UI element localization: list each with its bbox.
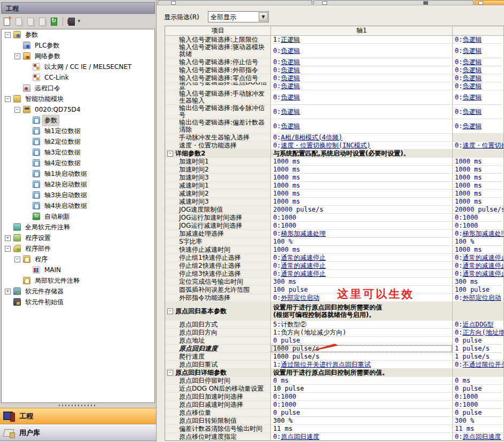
value-cell-axis1[interactable]: 11 ms: [271, 425, 453, 433]
value-cell-axis2[interactable]: 1000 ms: [453, 182, 504, 190]
tree-item[interactable]: 轴3定位数据: [2, 147, 154, 158]
tree-item[interactable]: −0020:QD75D4: [2, 104, 154, 115]
value-cell-axis1[interactable]: 1:通过限位开关进行原点回归重试: [271, 361, 453, 369]
tree-item[interactable]: 轴4块启动数据: [2, 200, 154, 211]
value-cell-axis1[interactable]: 0:负逻辑: [271, 105, 453, 119]
value-cell-axis1[interactable]: 0:通常的减速停止: [271, 254, 453, 262]
paste-icon[interactable]: [26, 17, 35, 26]
tree-item[interactable]: 自动刷新: [2, 211, 154, 222]
value-cell-axis2[interactable]: 0:负逻辑: [453, 82, 504, 90]
value-cell-axis1[interactable]: 1:负方向(地址减少方向): [271, 329, 453, 337]
value-cell-axis2[interactable]: [453, 134, 504, 142]
value-cell-axis1[interactable]: 5:计数型②: [271, 321, 453, 329]
collapse-box-icon[interactable]: −: [14, 53, 20, 59]
value-cell-axis1[interactable]: 0:1000: [271, 222, 453, 230]
expand-box-icon[interactable]: +: [5, 235, 11, 241]
value-cell-axis1[interactable]: 0:负逻辑: [271, 66, 453, 74]
value-cell-axis1[interactable]: 0:1000: [271, 393, 453, 401]
tree-item[interactable]: 全局软元件注释: [2, 222, 154, 232]
tree-item[interactable]: 轴3块启动数据: [2, 190, 154, 200]
value-cell-axis2[interactable]: 0:1000: [453, 222, 504, 230]
value-cell-axis1[interactable]: 0:负逻辑: [271, 90, 453, 105]
value-cell-axis1[interactable]: 1000 pulse/s: [271, 353, 453, 361]
document-tab-stub[interactable]: [313, 0, 474, 5]
collapse-box-icon[interactable]: −: [14, 107, 20, 113]
tree-item[interactable]: 轴2定位数据: [2, 136, 154, 147]
value-cell-axis2[interactable]: 1000 ms: [453, 158, 504, 166]
value-cell-axis1[interactable]: 300 %: [271, 417, 453, 425]
value-cell-axis1[interactable]: 设置用于进行原点回归控制所需要的值 (根据可编程控制器就绪信号启用)。: [271, 302, 453, 321]
tree-item[interactable]: 以太网 / CC IE / MELSECNET: [2, 61, 154, 72]
value-cell-axis2[interactable]: 0:不通过限位开关进行原点回归重试: [453, 361, 504, 369]
collapse-box-icon[interactable]: −: [5, 246, 11, 252]
value-cell-axis2[interactable]: 0:1000: [453, 401, 504, 409]
tree-item[interactable]: CC-Link: [2, 72, 154, 83]
module-selection-icon[interactable]: [67, 17, 76, 26]
tree-item[interactable]: +程序设置: [2, 232, 154, 243]
value-cell-axis2[interactable]: 0:负逻辑: [453, 44, 504, 58]
value-cell-axis1[interactable]: 300 ms: [271, 278, 453, 286]
value-cell-axis2[interactable]: 0:负逻辑: [453, 90, 504, 105]
display-filter-combobox[interactable]: 全部显示 ▼: [208, 11, 269, 22]
tree-item[interactable]: 软元件初始值: [2, 297, 154, 307]
dock-tab-user-library[interactable]: 用户库: [0, 424, 156, 441]
value-cell-axis2[interactable]: 0:正方向(地址增加方向): [453, 329, 504, 337]
tree-item[interactable]: 局部软元件注释: [2, 275, 154, 286]
value-cell-axis2[interactable]: 0:负逻辑: [453, 74, 504, 82]
document-tab-stub[interactable]: [158, 0, 312, 5]
collapse-box-icon[interactable]: −: [167, 308, 173, 314]
value-cell-axis2[interactable]: 1000 ms: [453, 198, 504, 206]
value-cell-axis1[interactable]: 0:负逻辑: [271, 74, 453, 82]
value-cell-axis2[interactable]: 0:负逻辑: [453, 66, 504, 74]
value-cell-axis2[interactable]: 1 pulse/s: [453, 353, 504, 361]
value-cell-axis2[interactable]: [453, 150, 504, 158]
value-cell-axis1[interactable]: 1000 ms: [271, 190, 453, 198]
tree-item[interactable]: −参数: [2, 29, 154, 40]
tree-item[interactable]: 轴1定位数据: [2, 126, 154, 136]
value-cell-axis1[interactable]: 1000 ms: [271, 246, 453, 254]
expand-box-icon[interactable]: +: [5, 289, 11, 294]
collapse-box-icon[interactable]: −: [167, 151, 173, 157]
value-cell-axis2[interactable]: 0:原点回归速度: [453, 433, 504, 441]
copy-icon[interactable]: [14, 17, 24, 26]
value-cell-axis2[interactable]: 1000 ms: [453, 246, 504, 254]
value-cell-axis2[interactable]: 0:通常的减速停止: [453, 254, 504, 262]
tree-item[interactable]: 轴1块启动数据: [2, 168, 154, 179]
value-cell-axis1[interactable]: 0 pulse: [271, 337, 453, 345]
tree-item[interactable]: 远程口令: [2, 83, 154, 94]
value-cell-axis2[interactable]: 0:1000: [453, 393, 504, 401]
value-cell-axis2[interactable]: 0:速度・位置切换控制(INC模式): [453, 142, 504, 150]
value-cell-axis2[interactable]: [453, 369, 504, 377]
value-cell-axis1[interactable]: 1:正逻辑: [271, 36, 453, 44]
value-cell-axis2[interactable]: 1 pulse/s: [453, 345, 504, 353]
value-cell-axis1[interactable]: 设置用于进行原点回归控制所需要的值。: [271, 369, 453, 377]
value-cell-axis1[interactable]: 1000 pulse/s: [271, 345, 453, 353]
tree-item[interactable]: −程序: [2, 254, 154, 265]
chevron-down-icon[interactable]: ▼: [259, 12, 268, 21]
value-cell-axis1[interactable]: 0:负逻辑: [271, 58, 453, 66]
collapse-box-icon[interactable]: −: [5, 96, 11, 102]
value-cell-axis2[interactable]: 0:近点DOG型: [453, 321, 504, 329]
value-cell-axis2[interactable]: 0:负逻辑: [453, 58, 504, 66]
value-cell-axis1[interactable]: 1000 ms: [271, 158, 453, 166]
value-cell-axis2[interactable]: 1000 ms: [453, 166, 504, 174]
value-cell-axis2[interactable]: 1000 ms: [453, 190, 504, 198]
tree-item[interactable]: 参数: [2, 115, 154, 126]
value-cell-axis2[interactable]: 0:梯形加减速处理: [453, 230, 504, 238]
value-cell-axis1[interactable]: 0 ms: [271, 377, 453, 385]
new-project-icon[interactable]: [2, 17, 12, 26]
value-cell-axis2[interactable]: 0 ms: [453, 377, 504, 385]
tree-item[interactable]: −智能功能模块: [2, 94, 154, 104]
value-cell-axis2[interactable]: 100 pulse: [453, 286, 504, 294]
value-cell-axis2[interactable]: 300 %: [453, 417, 504, 425]
value-cell-axis2[interactable]: 0:1000: [453, 214, 504, 222]
value-cell-axis2[interactable]: 0:负逻辑: [453, 105, 504, 119]
collapse-box-icon[interactable]: −: [167, 370, 173, 376]
document-tab-stub-active[interactable]: [475, 0, 504, 5]
value-cell-axis1[interactable]: 0:负逻辑: [271, 44, 453, 58]
value-cell-axis1[interactable]: 0:通常的减速停止: [271, 262, 453, 270]
dock-splitter-handle[interactable]: [59, 405, 97, 406]
value-cell-axis1[interactable]: 0:原点回归速度: [271, 433, 453, 441]
value-cell-axis2[interactable]: 0 pulse: [453, 385, 504, 393]
value-cell-axis1[interactable]: 0:速度・位置切换控制(INC模式): [271, 142, 453, 150]
